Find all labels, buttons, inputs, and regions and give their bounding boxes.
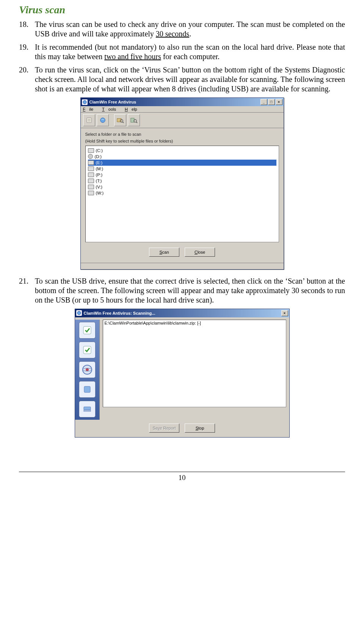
screenshot-2: ClamWin Free Antivirus: Scanning... × E:… — [19, 309, 345, 438]
page-footer: 10 — [19, 472, 345, 482]
drive-icon — [88, 185, 94, 189]
svg-rect-18 — [84, 407, 91, 410]
svg-rect-8 — [130, 118, 134, 122]
svg-rect-12 — [83, 326, 91, 334]
svg-line-7 — [122, 122, 124, 123]
page-number: 10 — [179, 474, 186, 482]
stop-button[interactable]: Stop — [185, 424, 215, 433]
drive-item-selected[interactable]: (E:) — [88, 160, 276, 166]
drive-icon — [88, 191, 94, 195]
update-icon[interactable] — [97, 114, 109, 126]
app-icon — [76, 310, 82, 316]
drive-icon — [88, 179, 94, 183]
step-done-icon — [79, 322, 96, 339]
drive-list[interactable]: (C:) (D:) (E:) (M:) (P:) (T:) (V:) (W:) — [85, 146, 279, 242]
drive-item[interactable]: (T:) — [88, 178, 276, 184]
svg-point-4 — [100, 118, 105, 123]
scan-button[interactable]: Scan — [149, 248, 179, 257]
drive-icon — [88, 166, 94, 171]
window-title: ClamWin Free Antivirus: Scanning... — [84, 311, 281, 315]
step-pending-icon — [79, 401, 96, 417]
close-button[interactable]: × — [281, 310, 288, 316]
maximize-button[interactable]: □ — [268, 99, 275, 105]
scan-files-icon[interactable] — [114, 114, 126, 126]
svg-rect-13 — [83, 346, 91, 354]
clamwin-scanning-window: ClamWin Free Antivirus: Scanning... × E:… — [75, 309, 290, 438]
window-title: ClamWin Free Antivirus — [89, 100, 260, 104]
preferences-icon[interactable] — [83, 114, 95, 126]
item-text: To scan the USB drive, ensure that the c… — [35, 276, 345, 305]
item-text: The virus scan can be used to check any … — [35, 20, 345, 39]
save-report-button: Save Report — [149, 424, 179, 433]
svg-rect-19 — [84, 410, 91, 411]
svg-point-15 — [86, 368, 89, 371]
item-number: 19. — [19, 42, 35, 61]
drive-icon — [88, 173, 94, 177]
item-19: 19. It is recommended (but not mandatory… — [19, 42, 345, 61]
clamwin-window: ClamWin Free Antivirus _ □ × File Tools … — [80, 97, 284, 270]
item-number: 21. — [19, 276, 35, 305]
menu-tools[interactable]: Tools — [102, 107, 120, 111]
scan-path: E:\ClamWinPortable\App\clamwin\lib\clamw… — [105, 321, 201, 325]
titlebar: ClamWin Free Antivirus: Scanning... × — [75, 309, 289, 317]
drive-item[interactable]: (D:) — [88, 154, 276, 160]
item-text: It is recommended (but not mandatory) to… — [35, 42, 345, 61]
drive-item[interactable]: (V:) — [88, 184, 276, 190]
svg-line-10 — [136, 122, 137, 123]
titlebar: ClamWin Free Antivirus _ □ × — [81, 98, 284, 106]
section-heading: Virus scan — [19, 4, 345, 16]
toolbar — [81, 113, 284, 128]
item-21: 21. To scan the USB drive, ensure that t… — [19, 276, 345, 305]
minimize-button[interactable]: _ — [260, 99, 267, 105]
status-bar — [81, 263, 284, 269]
item-20: 20. To run the virus scan, click on the … — [19, 65, 345, 94]
svg-point-0 — [83, 100, 86, 104]
scan-output: E:\ClamWinPortable\App\clamwin\lib\clamw… — [103, 320, 286, 407]
menu-help[interactable]: Help — [125, 107, 141, 111]
scan-memory-icon[interactable] — [128, 114, 140, 126]
instruction-line-1: Select a folder or a file to scan — [85, 132, 279, 137]
close-button[interactable]: Close — [185, 248, 215, 257]
cd-icon — [88, 154, 93, 159]
svg-rect-1 — [86, 118, 91, 123]
drive-icon — [88, 148, 94, 153]
close-button[interactable]: × — [276, 99, 282, 105]
step-done-icon — [79, 342, 96, 358]
svg-rect-17 — [84, 386, 90, 392]
instruction-line-2: (Hold Shift key to select multiple files… — [85, 139, 279, 144]
drive-icon — [88, 160, 94, 165]
menubar: File Tools Help — [81, 106, 284, 113]
screenshot-1: ClamWin Free Antivirus _ □ × File Tools … — [19, 97, 345, 270]
scan-progress-icon — [79, 361, 96, 378]
drive-item[interactable]: (C:) — [88, 147, 276, 154]
item-number: 18. — [19, 20, 35, 39]
drive-item[interactable]: (M:) — [88, 166, 276, 172]
svg-point-11 — [77, 311, 81, 315]
item-text: To run the virus scan, click on the ‘Vir… — [35, 65, 345, 94]
item-18: 18. The virus scan can be used to check … — [19, 20, 345, 39]
side-panel — [75, 320, 100, 420]
menu-file[interactable]: File — [83, 107, 97, 111]
drive-item[interactable]: (W:) — [88, 190, 276, 196]
drive-item[interactable]: (P:) — [88, 172, 276, 178]
item-number: 20. — [19, 65, 35, 94]
app-icon — [82, 99, 88, 105]
step-pending-icon — [79, 381, 96, 398]
